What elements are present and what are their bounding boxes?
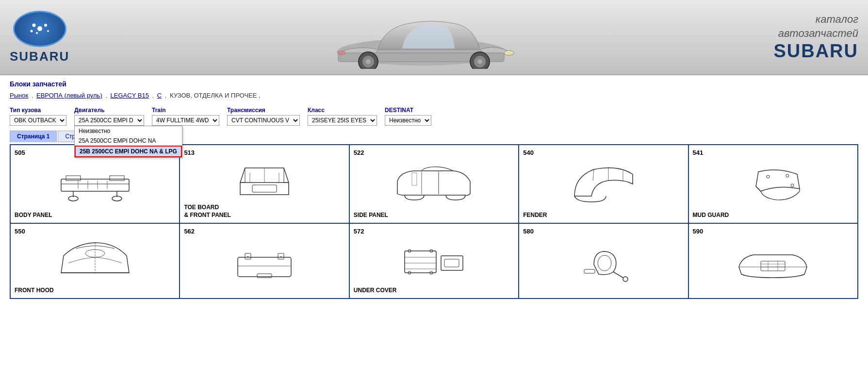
- svg-point-40: [791, 184, 794, 187]
- svg-rect-63: [761, 261, 785, 271]
- part-number-562: 562: [184, 228, 195, 235]
- part-572[interactable]: 572 UNDER COVER: [350, 224, 519, 299]
- svg-rect-16: [61, 179, 129, 191]
- part-550[interactable]: 550 FRONT HOOD: [11, 224, 180, 299]
- svg-rect-46: [257, 274, 272, 278]
- subaru-logo-text: SUBARU: [10, 49, 69, 64]
- part-image-562: [184, 237, 344, 292]
- body-type-group: Тип кузова OBK OUTBACK: [10, 107, 66, 126]
- part-number-522: 522: [354, 149, 364, 156]
- part-name-513: TOE BOARD& FRONT PANEL: [184, 204, 230, 219]
- train-filter[interactable]: 4W FULLTIME 4WD: [152, 115, 219, 126]
- dropdown-item-unknown[interactable]: Неизвестно: [75, 126, 182, 136]
- transmission-group: Трансмиссия CVT CONTINUOUS V: [227, 107, 300, 126]
- svg-point-15: [338, 51, 345, 55]
- svg-point-38: [767, 175, 770, 178]
- part-number-541: 541: [693, 149, 704, 156]
- filters-row: Тип кузова OBK OUTBACK Двигатель 25A 250…: [10, 107, 858, 126]
- svg-point-10: [366, 59, 371, 64]
- train-group: Train 4W FULLTIME 4WD: [152, 107, 219, 126]
- subaru-star-logo: [13, 11, 66, 47]
- svg-point-0: [37, 26, 42, 31]
- logo-area: SUBARU: [10, 11, 69, 64]
- part-number-572: 572: [354, 228, 364, 235]
- engine-filter[interactable]: 25A 2500CC EMPI D: [74, 115, 144, 126]
- part-562[interactable]: 562: [180, 224, 349, 299]
- part-name-522: SIDE PANEL: [354, 212, 388, 219]
- train-label: Train: [152, 107, 219, 114]
- part-number-550: 550: [15, 228, 25, 235]
- parts-grid: 505 BODY PANEL: [10, 144, 858, 299]
- part-number-580: 580: [523, 228, 534, 235]
- page-header: SUBARU: [0, 0, 868, 75]
- transmission-label: Трансмиссия: [227, 107, 300, 114]
- part-513[interactable]: 513 TOE BOARD& FRONT PANEL: [180, 145, 349, 224]
- part-number-540: 540: [523, 149, 534, 156]
- part-540[interactable]: 540 FENDER: [519, 145, 688, 224]
- svg-point-60: [623, 277, 628, 282]
- body-type-filter[interactable]: OBK OUTBACK: [10, 115, 66, 126]
- svg-rect-58: [444, 259, 459, 267]
- part-image-522: [354, 158, 514, 210]
- svg-rect-61: [584, 269, 595, 273]
- part-image-541: [693, 158, 853, 210]
- destinat-filter[interactable]: Неизвестно: [385, 115, 431, 126]
- part-image-590: [693, 237, 853, 292]
- svg-line-35: [593, 169, 594, 181]
- class-group: Класс 25ISEYE 25IS EYES: [308, 107, 377, 126]
- breadcrumb-europa[interactable]: ЕВРОПА (левый руль): [36, 92, 102, 99]
- body-type-label: Тип кузова: [10, 107, 66, 114]
- main-content: Блоки запчастей Рынок , ЕВРОПА (левый ру…: [0, 75, 868, 304]
- section-title: Блоки запчастей: [10, 80, 858, 88]
- svg-point-2: [44, 24, 47, 27]
- engine-group: Двигатель 25A 2500CC EMPI D Неизвестно 2…: [74, 107, 144, 126]
- part-522[interactable]: 522 SIDE PANEL: [350, 145, 519, 224]
- breadcrumb-c[interactable]: С: [157, 92, 162, 99]
- dropdown-item-25a[interactable]: 25A 2500CC EMPI DOHC NA: [75, 136, 182, 146]
- svg-point-5: [36, 32, 38, 34]
- svg-rect-19: [110, 176, 124, 181]
- destinat-label: DESTINAT: [385, 107, 431, 114]
- part-image-580: [523, 237, 684, 292]
- part-image-513: [184, 158, 344, 202]
- car-silhouette: [320, 6, 524, 69]
- part-name-541: MUD GUARD: [693, 212, 729, 219]
- part-name-540: FENDER: [523, 212, 547, 219]
- class-filter[interactable]: 25ISEYE 25IS EYES: [308, 115, 377, 126]
- svg-point-4: [47, 30, 49, 32]
- dropdown-item-25b[interactable]: 25B 2500CC EMPI DOHC NA & LPG: [75, 146, 182, 157]
- breadcrumb-legacy[interactable]: LEGACY B15: [111, 92, 149, 99]
- engine-dropdown[interactable]: Неизвестно 25A 2500CC EMPI DOHC NA 25B 2…: [74, 126, 182, 158]
- class-label: Класс: [308, 107, 377, 114]
- part-590[interactable]: 590: [689, 224, 858, 299]
- tab-page1[interactable]: Страница 1: [10, 131, 57, 142]
- part-580[interactable]: 580: [519, 224, 688, 299]
- part-image-505: [15, 158, 175, 210]
- part-name-550: FRONT HOOD: [15, 287, 54, 295]
- svg-point-3: [30, 30, 33, 33]
- svg-point-39: [786, 174, 789, 177]
- part-image-572: [354, 237, 514, 284]
- breadcrumb-rynok[interactable]: Рынок: [10, 92, 28, 99]
- svg-point-13: [477, 59, 482, 64]
- transmission-filter[interactable]: CVT CONTINUOUS V: [227, 115, 300, 126]
- brand-text-area: каталог автозапчастей SUBARU: [773, 13, 858, 61]
- svg-point-59: [598, 255, 611, 271]
- part-number-513: 513: [184, 149, 195, 156]
- part-541[interactable]: 541 MUD GUARD: [689, 145, 858, 224]
- car-image-area: [69, 6, 773, 69]
- svg-rect-18: [66, 176, 81, 181]
- breadcrumb: Рынок , ЕВРОПА (левый руль) , LEGACY B15…: [10, 92, 858, 99]
- part-number-590: 590: [693, 228, 704, 235]
- svg-rect-29: [252, 185, 277, 192]
- part-image-540: [523, 158, 684, 210]
- part-number-505: 505: [15, 149, 25, 156]
- part-name-572: UNDER COVER: [354, 287, 397, 295]
- catalog-label: каталог автозапчастей: [773, 13, 858, 40]
- breadcrumb-current: КУЗОВ, ОТДЕЛКА И ПРОЧЕЕ: [170, 92, 257, 99]
- subaru-brand-text: SUBARU: [773, 41, 858, 62]
- part-image-550: [15, 237, 175, 284]
- engine-label: Двигатель: [74, 107, 144, 114]
- svg-rect-49: [405, 251, 436, 273]
- svg-point-14: [504, 50, 514, 55]
